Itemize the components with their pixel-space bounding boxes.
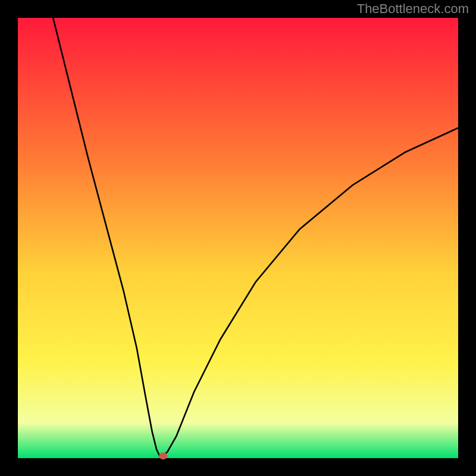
chart-container: TheBottleneck.com: [0, 0, 476, 476]
bottleneck-chart: [0, 0, 476, 476]
watermark-text: TheBottleneck.com: [357, 1, 469, 17]
optimum-dot: [159, 452, 167, 459]
plot-area: [18, 18, 458, 458]
